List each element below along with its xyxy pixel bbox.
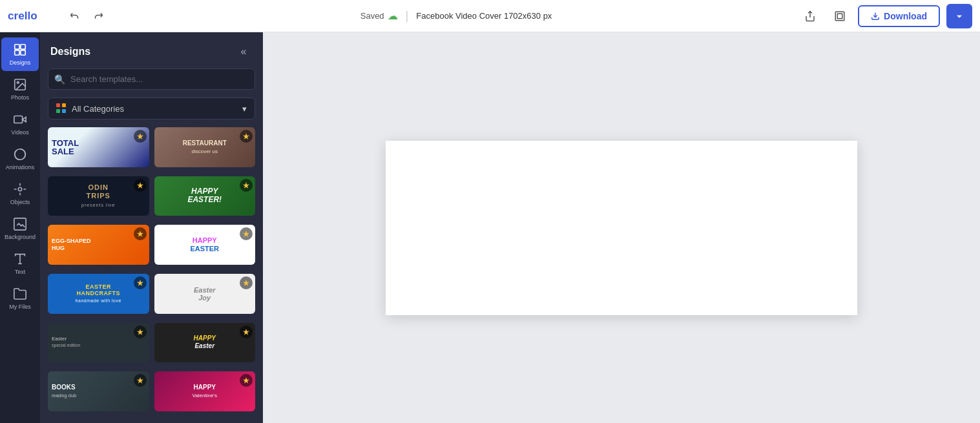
svg-rect-7 [15,50,19,55]
icon-sidebar: Designs Photos Videos Animations [0,32,40,423]
template-card[interactable]: ODINTRIPSpresents live [48,176,149,216]
templates-grid: TOTALSALE RESTAURANTdiscover us ODINTRIP… [40,127,263,423]
sidebar-item-designs-label: Designs [10,59,31,66]
template-card[interactable]: EGG-SHAPEDHUG [48,225,149,265]
template-card[interactable]: Easterspecial edition [48,323,149,363]
template-card[interactable]: TOTALSALE [48,127,149,167]
category-label: All Categories [72,104,124,114]
search-input[interactable] [48,68,255,90]
sidebar-item-photos-label: Photos [11,94,29,101]
sidebar-item-animations-label: Animations [6,164,35,170]
canvas-area [263,32,980,423]
sidebar-item-background[interactable]: Background [1,212,39,245]
sidebar-item-text-label: Text [15,269,26,275]
svg-rect-5 [15,45,19,49]
sidebar-item-objects[interactable]: Objects [1,177,39,211]
template-badge [134,227,147,240]
collapse-icon: « [241,46,247,57]
logo[interactable]: crello [8,7,53,25]
template-card[interactable]: EasterJoy [154,274,256,314]
panel-title: Designs [50,46,90,57]
main-area: Designs Photos Videos Animations [0,32,980,423]
svg-rect-3 [837,14,842,19]
search-icon: 🔍 [54,74,65,85]
topbar: crello Saved ☁ | Facebook Video Cover 17… [0,0,980,32]
download-button[interactable]: Download [858,5,940,27]
panel-header: Designs « [40,32,263,68]
undo-button[interactable] [65,6,85,26]
svg-rect-2 [835,12,844,21]
saved-badge: Saved ☁ [360,10,398,22]
template-card[interactable]: HAPPYValentine's [154,371,256,411]
template-badge [134,130,147,143]
download-label: Download [884,11,927,21]
svg-text:crello: crello [8,10,37,22]
svg-point-14 [18,187,22,191]
template-badge [240,130,253,143]
fullscreen-button[interactable] [828,5,851,28]
sidebar-item-myfiles-label: My Files [9,304,31,310]
template-badge [134,374,147,387]
topbar-center: Saved ☁ | Facebook Video Cover 1702x630 … [120,9,792,23]
template-badge [240,276,253,289]
sidebar-item-animations[interactable]: Animations [1,142,39,176]
template-card[interactable]: RESTAURANTdiscover us [154,127,256,167]
template-card[interactable]: HAPPY EASTER [154,225,256,265]
designs-panel: Designs « 🔍 All Categories ▾ [40,32,263,423]
template-card[interactable]: HAPPYEASTER! [154,176,256,216]
sidebar-item-objects-label: Objects [10,199,30,205]
svg-marker-12 [23,117,26,121]
template-badge [240,325,253,338]
sidebar-item-text[interactable]: Text [1,247,39,280]
template-card[interactable]: HAPPYEaster [154,323,256,363]
svg-rect-11 [14,116,23,123]
template-badge [134,276,147,289]
template-badge [240,179,253,192]
canvas-frame[interactable] [386,141,857,315]
category-dropdown[interactable]: All Categories ▾ [48,98,255,119]
search-box: 🔍 [48,68,255,90]
sidebar-item-photos[interactable]: Photos [1,72,39,106]
topbar-right: Download [798,4,972,28]
category-dots-icon [56,103,67,114]
dropdown-icon: ▾ [242,104,247,114]
svg-point-10 [17,81,19,83]
template-badge [134,179,147,192]
sidebar-item-designs[interactable]: Designs [1,37,39,71]
sidebar-item-background-label: Background [5,234,36,240]
separator: | [406,9,409,23]
sidebar-item-videos-label: Videos [11,129,28,136]
template-card[interactable]: BOOKSreading club [48,371,149,411]
sidebar-item-myfiles[interactable]: My Files [1,282,39,315]
collapse-button[interactable]: « [235,43,253,61]
crello-menu-button[interactable] [946,4,972,28]
svg-rect-8 [21,50,25,55]
svg-rect-6 [21,45,25,49]
undo-redo-group [65,6,109,26]
template-card[interactable]: EASTERHANDCRAFTShandmade with love [48,274,149,314]
saved-text: Saved [360,11,384,21]
doc-title: Facebook Video Cover 1702x630 px [416,11,552,21]
share-button[interactable] [798,5,822,28]
redo-button[interactable] [88,6,109,26]
cloud-icon: ☁ [388,10,398,22]
category-left: All Categories [56,103,124,114]
sidebar-item-videos[interactable]: Videos [1,107,39,141]
template-badge [134,325,147,338]
